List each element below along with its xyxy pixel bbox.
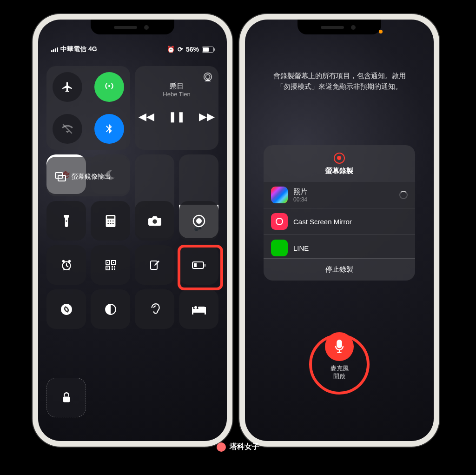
svg-point-10 (107, 220, 109, 221)
battery-low-icon (192, 261, 206, 269)
svg-rect-31 (114, 266, 115, 268)
pause-button[interactable]: ❚❚ (168, 111, 185, 123)
svg-rect-47 (337, 340, 341, 348)
line-app-icon (271, 240, 288, 256)
svg-marker-3 (205, 80, 210, 81)
svg-point-43 (194, 306, 197, 309)
wifi-button[interactable] (53, 114, 82, 144)
shazam-button[interactable] (46, 289, 86, 329)
svg-rect-36 (205, 264, 205, 267)
svg-point-15 (112, 222, 113, 224)
svg-rect-33 (114, 268, 115, 270)
photos-app-icon (271, 187, 288, 203)
svg-rect-41 (192, 307, 193, 314)
status-bar: 中華電信 4G ⏰ ⟳ 56% (38, 45, 227, 54)
record-destination-cast[interactable]: Cast Screen Mirror (264, 208, 415, 235)
loading-spinner-icon (399, 191, 408, 199)
dark-mode-button[interactable] (91, 289, 130, 329)
bluetooth-button[interactable] (94, 114, 124, 144)
notes-button[interactable] (135, 245, 174, 285)
ear-icon (149, 303, 160, 316)
svg-rect-27 (107, 262, 108, 263)
media-artist: Hebe Tien (135, 91, 218, 98)
record-icon (192, 214, 206, 228)
svg-rect-37 (194, 263, 197, 267)
microphone-icon (333, 340, 345, 354)
battery-icon (202, 47, 214, 53)
media-title: 懸日 (135, 82, 218, 91)
next-button[interactable]: ▶▶ (199, 111, 215, 123)
svg-point-20 (62, 260, 64, 262)
svg-rect-9 (107, 216, 114, 218)
notch (298, 20, 381, 34)
cellular-button[interactable] (94, 72, 124, 102)
record-title: 螢幕錄製 (264, 167, 415, 175)
screen-control-center: 中華電信 4G ⏰ ⟳ 56% (38, 20, 227, 441)
hearing-button[interactable] (135, 289, 174, 329)
connectivity-module[interactable] (46, 66, 130, 150)
battery-pct: 56% (186, 46, 199, 53)
svg-point-18 (196, 218, 202, 224)
accessibility-lock-button[interactable] (46, 378, 86, 417)
svg-rect-44 (198, 307, 205, 309)
alarm-clock-icon (60, 259, 73, 271)
recording-indicator-dot (379, 30, 383, 33)
svg-rect-30 (112, 266, 113, 268)
watermark: 塔科女子 (217, 442, 259, 452)
mic-label-2: 開啟 (325, 373, 354, 381)
antenna-icon (103, 81, 115, 93)
low-power-button[interactable] (179, 245, 218, 285)
record-status-icon (334, 153, 345, 164)
qr-icon (105, 260, 116, 271)
qr-code-button[interactable] (91, 245, 130, 285)
phone-mockup-left: 中華電信 4G ⏰ ⟳ 56% (33, 14, 232, 447)
lock-icon (62, 392, 71, 403)
svg-line-22 (63, 269, 64, 270)
microphone-toggle[interactable]: 麥克風 開啟 (325, 332, 354, 381)
carrier-label: 中華電信 4G (60, 45, 97, 54)
bed-icon (192, 304, 206, 314)
record-destination-line[interactable]: LINE (264, 235, 415, 258)
svg-rect-28 (113, 262, 114, 263)
svg-point-11 (110, 220, 111, 221)
timer-button[interactable] (46, 245, 86, 285)
sleep-button[interactable] (179, 289, 218, 329)
record-destination-photos[interactable]: 照片 00:34 (264, 182, 415, 208)
screen-mirror-button[interactable]: 螢幕鏡像輸出 (46, 157, 130, 196)
prev-button[interactable]: ◀◀ (139, 111, 154, 123)
calculator-icon (106, 215, 116, 227)
svg-rect-46 (276, 218, 283, 225)
svg-point-38 (61, 304, 72, 315)
camera-icon (148, 216, 161, 226)
cast-app-icon (271, 213, 288, 230)
svg-rect-34 (151, 261, 157, 269)
flashlight-button[interactable] (46, 201, 86, 241)
phone-mockup-right: 會錄製螢幕上的所有項目，包含通知。啟用 「勿擾模式」來避免顯示非預期的通知。 螢… (239, 14, 439, 447)
screen-record-button[interactable] (179, 201, 218, 241)
svg-line-23 (68, 269, 69, 270)
calculator-button[interactable] (91, 201, 130, 241)
svg-point-12 (112, 220, 113, 221)
mirror-icon (55, 172, 66, 181)
watermark-icon (217, 442, 226, 452)
shazam-icon (60, 303, 73, 315)
media-module[interactable]: 懸日 Hebe Tien ◀◀ ❚❚ ▶▶ (135, 66, 218, 150)
svg-point-16 (152, 219, 157, 223)
notch (91, 20, 174, 34)
airplane-mode-button[interactable] (53, 72, 82, 102)
info-text: 會錄製螢幕上的所有項目，包含通知。啟用 「勿擾模式」來避免顯示非預期的通知。 (259, 71, 420, 92)
svg-point-13 (107, 222, 109, 224)
signal-icon (51, 47, 58, 52)
stop-record-button[interactable]: 停止錄製 (264, 258, 415, 281)
camera-button[interactable] (135, 201, 174, 241)
flashlight-icon (61, 215, 72, 227)
svg-point-14 (110, 222, 111, 224)
svg-point-7 (66, 220, 67, 221)
record-panel: 螢幕錄製 照片 00:34 Cast Screen Mirror (264, 145, 415, 281)
airplay-icon[interactable] (203, 72, 213, 82)
lock-sync-icon: ⟳ (178, 46, 183, 53)
svg-point-2 (205, 74, 210, 79)
dark-mode-icon (105, 303, 117, 315)
screen-record-sheet: 會錄製螢幕上的所有項目，包含通知。啟用 「勿擾模式」來避免顯示非預期的通知。 螢… (245, 20, 434, 441)
airplane-icon (61, 81, 73, 93)
